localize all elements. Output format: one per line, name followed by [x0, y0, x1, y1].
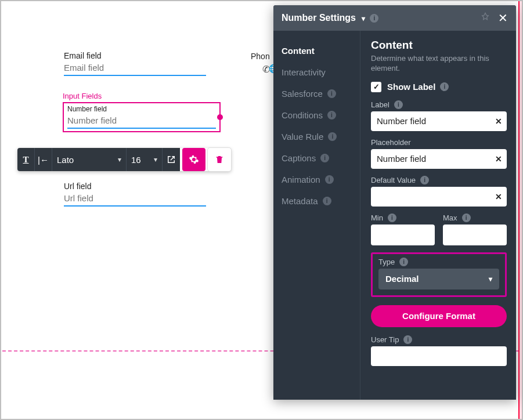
sidebar-item-label: Captions [282, 153, 316, 163]
delete-button[interactable] [208, 148, 231, 171]
configure-format-label: Configure Format [402, 311, 475, 321]
type-title: Type [378, 258, 395, 266]
show-label-text: Show Label [387, 82, 435, 92]
sidebar-item-animation[interactable]: Animationi [282, 169, 360, 190]
settings-panel: Number Settings ▾ i ✕ Content Interactiv… [273, 5, 516, 400]
url-field-label: Url field [64, 182, 206, 191]
font-size-value: 16 [131, 155, 141, 165]
default-value-input[interactable] [371, 187, 507, 207]
selection-badge: Input Fields [63, 92, 102, 100]
show-label-row: ✓ Show Label i [371, 82, 507, 92]
info-icon[interactable]: i [440, 82, 449, 91]
placeholder-field-title: Placeholder [371, 138, 411, 147]
max-input[interactable] [443, 225, 507, 245]
info-icon[interactable]: i [370, 14, 378, 23]
label-input[interactable] [371, 111, 507, 131]
url-field-block: Url field [64, 182, 206, 207]
default-value-title: Default Value [371, 176, 416, 184]
info-icon[interactable]: i [388, 213, 396, 222]
sidebar-item-label: Animation [282, 175, 320, 184]
text-style-button[interactable]: T [17, 148, 35, 171]
panel-title[interactable]: Number Settings ▾ [282, 13, 365, 23]
info-icon: i [323, 197, 331, 205]
selection-handle-right[interactable] [217, 114, 223, 120]
sidebar-item-label: Conditions [282, 110, 323, 120]
type-select-value: Decimal [385, 274, 419, 284]
content-heading: Content [371, 39, 507, 52]
sidebar-item-label: Value Rule [282, 132, 323, 142]
content-description: Determine what text appears in this elem… [371, 54, 507, 74]
number-input[interactable] [67, 114, 216, 129]
sidebar-item-conditions[interactable]: Conditionsi [282, 104, 360, 126]
align-button[interactable]: |← [35, 148, 52, 171]
info-icon: i [320, 154, 329, 162]
info-icon[interactable]: i [420, 176, 429, 184]
text-format-toolbar: T |← Lato ▾ 16 ▾ [17, 148, 231, 171]
sidebar-item-captions[interactable]: Captionsi [282, 147, 360, 169]
info-icon: i [325, 175, 334, 184]
clear-button[interactable]: ✕ [495, 154, 502, 164]
info-icon: i [327, 111, 336, 120]
sidebar-item-interactivity[interactable]: Interactivity [282, 61, 360, 83]
sidebar-item-label: Interactivity [282, 67, 326, 77]
user-tip-input[interactable] [371, 346, 507, 366]
close-button[interactable]: ✕ [498, 11, 508, 25]
sidebar-item-value-rule[interactable]: Value Rulei [282, 126, 360, 147]
user-tip-title: User Tip [371, 335, 399, 344]
info-icon[interactable]: i [394, 100, 403, 109]
chevron-down-icon: ▾ [154, 155, 157, 164]
chevron-down-icon: ▾ [362, 15, 365, 23]
panel-content: Content Determine what text appears in t… [360, 31, 516, 400]
show-label-checkbox[interactable]: ✓ [371, 82, 381, 92]
font-size-select[interactable]: 16 ▾ [127, 148, 163, 171]
settings-button[interactable] [182, 148, 205, 171]
min-input[interactable] [371, 225, 435, 245]
email-input[interactable] [64, 61, 206, 76]
sidebar-item-label: Content [282, 46, 315, 56]
email-field-label: Email field [64, 51, 206, 60]
info-icon: i [327, 89, 336, 98]
min-title: Min [371, 213, 383, 222]
chevron-down-icon: ▾ [489, 275, 492, 283]
sidebar-item-label: Metadata [282, 196, 318, 206]
guide-edge-right [518, 1, 522, 419]
url-input[interactable] [64, 192, 206, 207]
label-field-title: Label [371, 100, 389, 109]
type-select[interactable]: Decimal ▾ [378, 269, 499, 289]
sidebar-item-label: Salesforce [282, 89, 323, 99]
panel-sidebar: Content Interactivity Salesforcei Condit… [273, 31, 360, 400]
open-external-button[interactable] [163, 148, 180, 171]
info-icon[interactable]: i [462, 213, 471, 222]
info-icon: i [328, 132, 337, 141]
pin-icon[interactable] [481, 12, 490, 24]
sidebar-item-salesforce[interactable]: Salesforcei [282, 83, 360, 104]
font-family-select[interactable]: Lato ▾ [52, 148, 127, 171]
type-highlight-box: Typei Decimal ▾ [371, 252, 507, 297]
chevron-down-icon: ▾ [118, 155, 121, 164]
panel-title-text: Number Settings [282, 13, 356, 23]
max-title: Max [443, 213, 457, 222]
sidebar-item-metadata[interactable]: Metadatai [282, 190, 360, 212]
email-field-block: Email field [64, 51, 206, 76]
clear-button[interactable]: ✕ [495, 117, 502, 126]
info-icon[interactable]: i [403, 335, 412, 344]
phone-field-label: Phon [251, 52, 270, 61]
selected-number-field[interactable]: Input Fields Number field [63, 102, 221, 132]
sidebar-item-content[interactable]: Content [282, 40, 360, 61]
placeholder-input[interactable] [371, 149, 507, 169]
font-family-value: Lato [57, 155, 74, 165]
configure-format-button[interactable]: Configure Format [371, 305, 507, 327]
number-field-label: Number field [64, 103, 219, 113]
clear-button[interactable]: ✕ [495, 192, 502, 201]
panel-header: Number Settings ▾ i ✕ [273, 5, 516, 31]
info-icon[interactable]: i [399, 258, 408, 266]
